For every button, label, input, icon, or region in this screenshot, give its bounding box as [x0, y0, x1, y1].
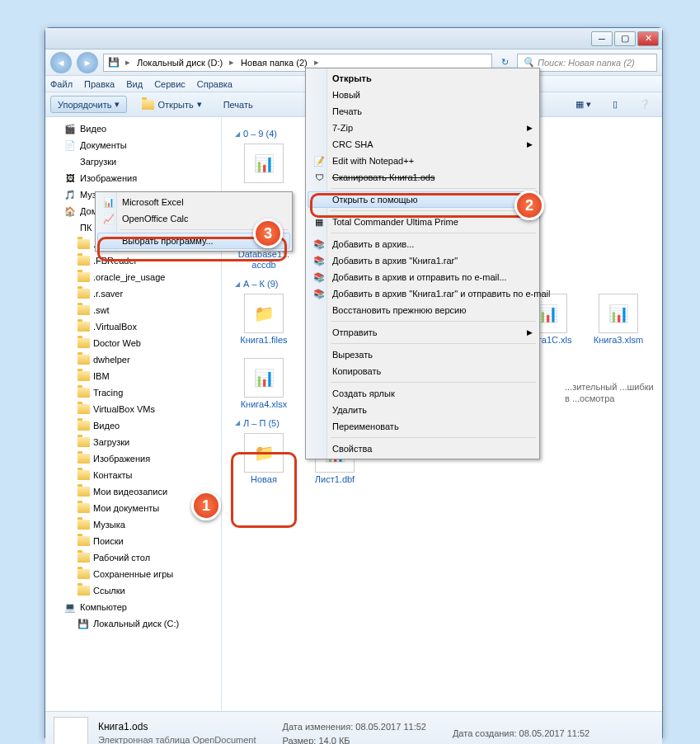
- tree-item[interactable]: 💾Локальный диск (C:): [45, 615, 221, 632]
- tree-item[interactable]: VirtualBox VMs: [45, 401, 221, 417]
- context-menu-item[interactable]: 🛡Сканировать Книга1.ods: [308, 169, 538, 186]
- folder-icon: [77, 320, 90, 333]
- folder-icon: [77, 353, 90, 366]
- context-menu-item[interactable]: 📚Добавить в архив...: [308, 236, 538, 252]
- tree-item[interactable]: 💻Компьютер: [45, 599, 221, 615]
- context-menu-item[interactable]: Копировать: [308, 363, 538, 379]
- context-menu-item[interactable]: ▦Total Commander Ultima Prime: [308, 214, 538, 230]
- tree-item[interactable]: Сохраненные игры: [45, 566, 221, 582]
- tree-item[interactable]: 📄Документы: [45, 137, 221, 153]
- shield-icon: 🛡: [312, 171, 326, 184]
- help-button[interactable]: ❔: [632, 97, 657, 112]
- file-item[interactable]: 📊: [235, 142, 293, 186]
- file-item[interactable]: 📁Книга1.files: [235, 292, 293, 349]
- disk-icon: 💾: [107, 56, 120, 69]
- preview-pane-button[interactable]: ▯: [606, 97, 624, 112]
- tree-item[interactable]: Doctor Web: [45, 335, 221, 351]
- tree-item[interactable]: .oracle_jre_usage: [45, 269, 221, 285]
- breadcrumb-folder[interactable]: Новая папка (2): [239, 58, 309, 68]
- np-icon: 📝: [312, 154, 326, 167]
- tree-item[interactable]: dwhelper: [45, 351, 221, 368]
- folder-icon: [63, 155, 77, 168]
- open-button[interactable]: Открыть ▾: [135, 97, 208, 112]
- file-name: Database11.accdb: [237, 249, 291, 271]
- print-button[interactable]: Печать: [217, 97, 260, 112]
- context-menu-item[interactable]: 📚Добавить в архив "Книга1.rar": [308, 252, 538, 269]
- folder-icon: [77, 271, 90, 284]
- context-menu-item[interactable]: Отправить▶: [308, 324, 538, 341]
- rar-icon: 📚: [312, 271, 326, 284]
- tree-item[interactable]: Рабочий стол: [45, 549, 221, 566]
- forward-button[interactable]: ►: [77, 52, 98, 73]
- folder-icon: [77, 337, 90, 350]
- menu-edit[interactable]: Правка: [84, 79, 115, 89]
- tree-item[interactable]: .r.saver: [45, 285, 221, 302]
- tree-item[interactable]: IBM: [45, 368, 221, 384]
- status-filename: Книга1.ods: [98, 720, 256, 734]
- minimize-button[interactable]: ─: [591, 31, 613, 46]
- folder-icon: [77, 386, 90, 399]
- search-icon: 🔍: [523, 57, 534, 68]
- context-menu-main[interactable]: ОткрытьНовыйПечать7-Zip▶CRC SHA▶📝Edit wi…: [305, 68, 540, 459]
- step-badge-1: 1: [191, 491, 221, 520]
- tree-item[interactable]: Видео: [45, 417, 221, 434]
- context-menu-item[interactable]: Создать ярлык: [308, 385, 538, 402]
- close-button[interactable]: ✕: [637, 31, 659, 46]
- file-name: Лист1.dbf: [308, 474, 362, 485]
- tree-item[interactable]: 🎬Видео: [45, 120, 221, 137]
- tree-item[interactable]: Поиски: [45, 533, 221, 549]
- back-button[interactable]: ◄: [50, 52, 72, 73]
- menu-help[interactable]: Справка: [197, 79, 233, 89]
- folder-icon: [77, 238, 90, 251]
- context-menu-item[interactable]: Открыть с помощью▶: [308, 191, 538, 208]
- menu-file[interactable]: Файл: [50, 79, 73, 89]
- refresh-button[interactable]: ↻: [497, 57, 512, 68]
- context-menu-item[interactable]: Новый: [308, 87, 538, 103]
- context-menu-item[interactable]: Вырезать: [308, 346, 538, 363]
- tree-item[interactable]: Изображения: [45, 450, 221, 467]
- tree-item[interactable]: 🖼Изображения: [45, 170, 221, 186]
- menu-view[interactable]: Вид: [126, 79, 143, 89]
- file-item[interactable]: 📁Новая: [235, 431, 293, 487]
- context-menu-item[interactable]: CRC SHA▶: [308, 136, 538, 153]
- tree-item[interactable]: .FBReader: [45, 252, 221, 269]
- maximize-button[interactable]: ▢: [614, 31, 636, 46]
- context-menu-item[interactable]: Печать: [308, 103, 538, 120]
- context-menu-item[interactable]: Свойства: [308, 440, 538, 457]
- menu-service[interactable]: Сервис: [154, 79, 186, 89]
- xl-icon: 📊: [102, 195, 115, 209]
- file-item[interactable]: 📊Книга3.xlsm: [590, 292, 647, 349]
- context-menu-item[interactable]: Удалить: [308, 402, 538, 418]
- breadcrumb-disk[interactable]: Локальный диск (D:): [135, 58, 224, 68]
- context-menu-item[interactable]: Переименовать: [308, 418, 538, 435]
- context-menu-item[interactable]: Открыть: [308, 70, 538, 87]
- folder-icon: [77, 419, 90, 432]
- file-icon: 📊: [599, 294, 638, 333]
- tree-item[interactable]: Загрузки: [45, 153, 221, 170]
- status-file-icon: [54, 717, 88, 745]
- context-menu-item[interactable]: 📚Добавить в архив "Книга1.rar" и отправи…: [308, 285, 538, 302]
- context-menu-item[interactable]: 📚Добавить в архив и отправить по e-mail.…: [308, 269, 538, 285]
- image-icon: 🖼: [63, 172, 77, 185]
- file-icon: 📁: [244, 433, 284, 473]
- context-menu-item[interactable]: 7-Zip▶: [308, 120, 538, 136]
- context-menu-item[interactable]: 📊Microsoft Excel: [97, 194, 290, 210]
- tree-item[interactable]: Контакты: [45, 467, 221, 483]
- tc-icon: ▦: [312, 215, 326, 228]
- context-menu-item[interactable]: 📝Edit with Notepad++: [308, 153, 538, 169]
- search-placeholder: Поиск: Новая папка (2): [538, 58, 635, 68]
- music-icon: 🎵: [63, 188, 77, 201]
- tree-item[interactable]: Загрузки: [45, 434, 221, 450]
- folder-icon: [77, 551, 90, 564]
- organize-button[interactable]: Упорядочить ▾: [50, 96, 127, 113]
- tree-item[interactable]: Ссылки: [45, 582, 221, 599]
- step-badge-3: 3: [253, 219, 283, 248]
- tree-item[interactable]: Tracing: [45, 384, 221, 401]
- context-menu-item[interactable]: Восстановить прежнюю версию: [308, 302, 538, 318]
- tree-item[interactable]: .swt: [45, 302, 221, 318]
- file-item[interactable]: 📊Книга4.xlsx: [235, 356, 293, 412]
- view-options-button[interactable]: ▦ ▾: [569, 97, 598, 112]
- folder-icon: [63, 221, 77, 234]
- tree-item[interactable]: .VirtualBox: [45, 318, 221, 335]
- tree-item[interactable]: Музыка: [45, 516, 221, 533]
